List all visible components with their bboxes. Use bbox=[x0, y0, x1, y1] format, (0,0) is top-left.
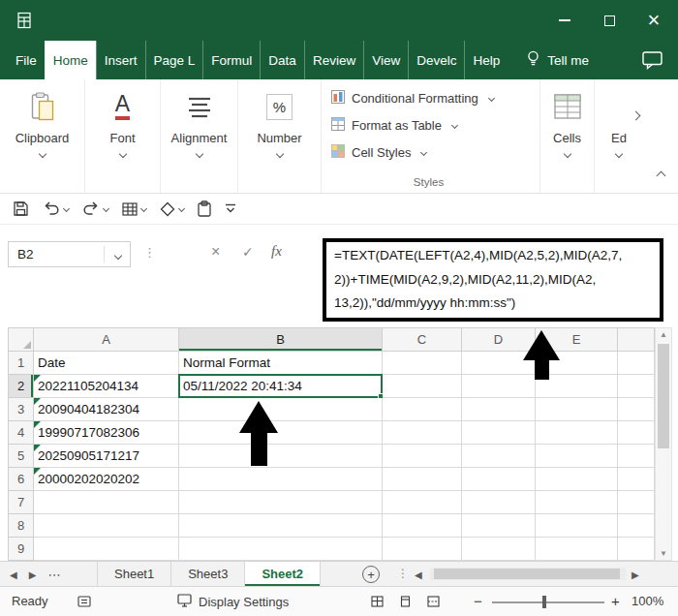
cell-c8[interactable] bbox=[383, 514, 462, 538]
undo-button[interactable] bbox=[43, 201, 69, 216]
ribbon-tab-formul[interactable]: Formul bbox=[202, 41, 260, 79]
cell-b4[interactable] bbox=[179, 421, 383, 445]
ribbon-tab-help[interactable]: Help bbox=[464, 41, 508, 79]
zoom-slider-thumb[interactable] bbox=[542, 596, 546, 608]
column-header-partial[interactable] bbox=[618, 327, 655, 352]
cell-a3[interactable]: 20090404182304 bbox=[34, 398, 179, 421]
tell-me-button[interactable]: Tell me bbox=[526, 41, 589, 79]
vscroll-thumb[interactable] bbox=[658, 344, 669, 448]
zoom-slider[interactable] bbox=[492, 587, 604, 616]
row-header-9[interactable]: 9 bbox=[8, 538, 34, 561]
ribbon-tab-page-l[interactable]: Page L bbox=[145, 41, 203, 79]
ribbon-tab-file[interactable]: File bbox=[8, 41, 45, 79]
cell-partial-row5[interactable] bbox=[618, 445, 655, 468]
cell-partial-row2[interactable] bbox=[618, 375, 655, 398]
hscroll-thumb[interactable] bbox=[434, 569, 620, 579]
cell-a4[interactable]: 19990717082306 bbox=[34, 421, 179, 445]
row-header-6[interactable]: 6 bbox=[8, 468, 34, 491]
chevron-down-icon[interactable] bbox=[63, 205, 70, 212]
hscroll-left-icon[interactable]: ◀ bbox=[415, 570, 422, 580]
cell-d4[interactable] bbox=[462, 421, 536, 445]
zoom-in-button[interactable]: + bbox=[611, 593, 620, 609]
enter-check-icon[interactable]: ✓ bbox=[242, 245, 254, 259]
column-header-a[interactable]: A bbox=[34, 327, 179, 352]
chevron-down-icon[interactable] bbox=[140, 205, 147, 212]
row-header-3[interactable]: 3 bbox=[8, 398, 34, 421]
chevron-down-icon[interactable] bbox=[114, 252, 122, 260]
cell-b2[interactable]: 05/11/2022 20:41:34 bbox=[179, 375, 383, 398]
cell-partial-row6[interactable] bbox=[618, 468, 655, 491]
sheet-nav-right-icon[interactable]: ▶ bbox=[29, 570, 37, 580]
cell-c5[interactable] bbox=[383, 445, 462, 468]
cell-styles-button[interactable]: Cell Styles bbox=[331, 139, 539, 166]
customize-qat-button[interactable] bbox=[225, 203, 236, 214]
ribbon-group-cells[interactable]: Cells bbox=[540, 79, 595, 193]
cell-partial-row4[interactable] bbox=[618, 421, 655, 445]
ribbon-tab-insert[interactable]: Insert bbox=[96, 41, 145, 79]
macro-record-icon[interactable] bbox=[77, 596, 91, 610]
cell-partial-row1[interactable] bbox=[618, 352, 655, 375]
cell-a2[interactable]: 20221105204134 bbox=[34, 375, 179, 398]
sheet-tab-sheet3[interactable]: Sheet3 bbox=[171, 562, 245, 586]
formula-bar-resize-handle[interactable]: ⋮ bbox=[143, 245, 156, 260]
column-header-b[interactable]: B bbox=[179, 327, 383, 352]
sheet-tab-sheet2[interactable]: Sheet2 bbox=[245, 562, 321, 586]
cell-b8[interactable] bbox=[179, 514, 383, 538]
cell-c9[interactable] bbox=[383, 538, 462, 561]
cell-d3[interactable] bbox=[462, 398, 536, 421]
row-header-2[interactable]: 2 bbox=[8, 375, 34, 398]
zoom-out-button[interactable]: − bbox=[474, 593, 482, 609]
formula-input[interactable]: =TEXT(DATE(LEFT(A2,4),MID(A2,5,2),MID(A2… bbox=[323, 238, 663, 322]
cell-c7[interactable] bbox=[383, 491, 462, 514]
cell-a7[interactable] bbox=[34, 491, 179, 514]
name-box[interactable]: B2 bbox=[8, 241, 131, 267]
cell-a6[interactable]: 20000202020202 bbox=[34, 468, 179, 491]
cell-d5[interactable] bbox=[462, 445, 536, 468]
clipboard-tool-button[interactable] bbox=[198, 200, 211, 217]
select-all-corner[interactable] bbox=[8, 327, 34, 352]
cell-a5[interactable]: 20250905171217 bbox=[34, 445, 179, 468]
cell-e6[interactable] bbox=[536, 468, 618, 491]
ribbon-group-clipboard[interactable]: Clipboard bbox=[0, 79, 85, 193]
row-header-8[interactable]: 8 bbox=[8, 514, 34, 538]
scroll-up-icon[interactable]: ▲ bbox=[656, 330, 671, 339]
cell-partial-row7[interactable] bbox=[618, 491, 655, 514]
normal-view-button[interactable] bbox=[371, 596, 384, 610]
cell-e7[interactable] bbox=[536, 491, 618, 514]
page-break-view-button[interactable] bbox=[427, 596, 440, 610]
cell-c6[interactable] bbox=[383, 468, 462, 491]
save-button[interactable] bbox=[13, 200, 29, 217]
ribbon-group-font[interactable]: A Font bbox=[85, 79, 161, 193]
insert-function-button[interactable]: fx bbox=[271, 244, 282, 259]
row-header-5[interactable]: 5 bbox=[8, 445, 34, 468]
sheet-nav-ellipsis-icon[interactable]: ⋯ bbox=[47, 568, 60, 582]
chevron-down-icon[interactable] bbox=[178, 205, 185, 212]
conditional-formatting-button[interactable]: Conditional Formatting bbox=[331, 84, 539, 111]
cell-d7[interactable] bbox=[462, 491, 536, 514]
row-header-1[interactable]: 1 bbox=[8, 352, 34, 375]
ribbon-group-editing[interactable]: Ed bbox=[595, 79, 643, 193]
cell-a8[interactable] bbox=[34, 514, 179, 538]
maximize-button[interactable] bbox=[587, 0, 632, 41]
cell-c3[interactable] bbox=[383, 398, 462, 421]
sheet-tab-sheet1[interactable]: Sheet1 bbox=[97, 562, 171, 586]
cell-e9[interactable] bbox=[536, 538, 618, 561]
zoom-level[interactable]: 100% bbox=[632, 594, 663, 608]
page-layout-view-button[interactable] bbox=[399, 596, 412, 610]
horizontal-scrollbar[interactable] bbox=[430, 568, 626, 580]
new-sheet-button[interactable]: + bbox=[362, 566, 380, 583]
collapse-ribbon-button[interactable] bbox=[658, 166, 664, 183]
cell-partial-row8[interactable] bbox=[618, 514, 655, 538]
sheet-nav-left-icon[interactable]: ◀ bbox=[10, 570, 17, 580]
close-button[interactable]: × bbox=[632, 0, 676, 41]
cell-c4[interactable] bbox=[383, 421, 462, 445]
ribbon-tab-develc[interactable]: Develc bbox=[408, 41, 464, 79]
ribbon-tab-home[interactable]: Home bbox=[45, 41, 96, 79]
cell-d8[interactable] bbox=[462, 514, 536, 538]
cell-b5[interactable] bbox=[179, 445, 383, 468]
ribbon-group-number[interactable]: % Number bbox=[238, 79, 322, 193]
hscroll-right-icon[interactable]: ▶ bbox=[632, 570, 639, 580]
cell-e3[interactable] bbox=[536, 398, 618, 421]
vertical-scrollbar[interactable]: ▲ ▼ bbox=[655, 327, 672, 561]
format-as-table-button[interactable]: Format as Table bbox=[331, 111, 539, 139]
